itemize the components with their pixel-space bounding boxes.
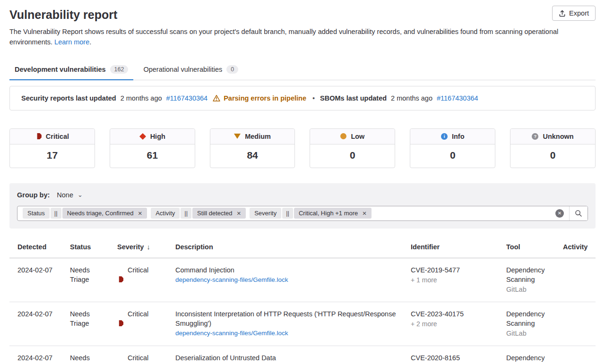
token-operator[interactable]: || [181, 208, 191, 219]
identifier-more: + 2 more [411, 320, 497, 329]
table-row[interactable]: 2024-02-07 Needs Triage Critical Deseria… [9, 346, 596, 364]
tab-label: Operational vulnerabilities [143, 66, 222, 73]
description-text: The Vulnerability Report shows results o… [9, 28, 558, 46]
chevron-down-icon: ⌄ [78, 191, 83, 198]
remove-token-icon[interactable]: ✕ [237, 210, 242, 217]
vulnerability-title[interactable]: Inconsistent Interpretation of HTTP Requ… [175, 309, 401, 329]
description-period: . [89, 38, 91, 46]
vulnerability-title[interactable]: Deserialization of Untrusted Data [175, 353, 401, 363]
page-header: Vulnerability report Export [9, 6, 596, 22]
vulnerability-title[interactable]: Command Injection [175, 265, 401, 275]
severity-medium-icon [234, 134, 241, 139]
page-title: Vulnerability report [9, 8, 117, 22]
severity-card-low: Low 0 [310, 128, 395, 168]
tab-development-vulnerabilities[interactable]: Development vulnerabilities 162 [9, 60, 133, 80]
filter-token-severity: Severity || Critical, High +1 more ✕ [250, 208, 372, 219]
sort-descending-icon: ↓ [147, 243, 150, 251]
tab-label: Development vulnerabilities [15, 66, 106, 73]
sbom-time: 2 months ago [391, 94, 432, 102]
tool-vendor: GitLab [506, 285, 547, 294]
column-header-tool[interactable]: Tool [506, 236, 563, 258]
remove-token-icon[interactable]: ✕ [362, 210, 367, 217]
severity-summary-cards: Critical 17 High 61 Medium 84 Low 0 [9, 128, 596, 168]
card-count: 84 [210, 144, 295, 168]
card-label: Critical [46, 133, 69, 140]
tab-count-badge: 0 [226, 65, 238, 74]
severity-low-icon [340, 133, 346, 139]
warning-text: Parsing errors in pipeline [224, 94, 306, 102]
dot-separator: • [312, 94, 315, 102]
search-icon [575, 210, 582, 217]
token-name[interactable]: Status [23, 208, 50, 219]
clear-filters-icon[interactable]: ✕ [555, 209, 564, 218]
column-header-identifier[interactable]: Identifier [411, 236, 506, 258]
severity-cell: Critical [117, 302, 175, 346]
column-header-severity[interactable]: Severity↓ [117, 236, 175, 258]
card-label: Low [351, 133, 364, 140]
card-count: 0 [510, 144, 595, 168]
activity-cell [563, 346, 596, 364]
severity-card-critical: Critical 17 [9, 128, 95, 168]
identifier-main: CVE-2023-40175 [411, 309, 497, 319]
identifier-cell: CVE-2023-40175 + 2 more [411, 302, 506, 346]
token-value[interactable]: Still detected ✕ [192, 208, 246, 219]
table-header-row: Detected Status Severity↓ Description Id… [9, 236, 596, 258]
tool-cell: Dependency Scanning GitLab [506, 258, 563, 302]
group-by-dropdown[interactable]: None ⌄ [57, 191, 83, 199]
security-reports-time: 2 months ago [121, 94, 162, 102]
filtered-search-bar[interactable]: Status || Needs triage, Confirmed ✕ Acti… [17, 206, 588, 221]
activity-cell [563, 258, 596, 302]
tool-name: Dependency Scanning [506, 309, 547, 329]
severity-high-icon [139, 133, 146, 139]
learn-more-link[interactable]: Learn more [54, 38, 89, 46]
security-pipeline-link[interactable]: #1167430364 [166, 94, 208, 102]
tool-name: Dependency Scanning [506, 353, 547, 364]
remove-token-icon[interactable]: ✕ [138, 210, 143, 217]
tab-operational-vulnerabilities[interactable]: Operational vulnerabilities 0 [138, 60, 243, 80]
tab-count-badge: 162 [110, 65, 129, 74]
column-header-activity[interactable]: Activity [563, 236, 596, 258]
severity-card-info: i Info 0 [410, 128, 495, 168]
card-label: High [150, 133, 165, 140]
description-cell: Deserialization of Untrusted Data depend… [175, 346, 411, 364]
export-label: Export [569, 9, 589, 17]
status-cell: Needs Triage [70, 302, 117, 346]
page-description: The Vulnerability Report shows results o… [9, 27, 596, 48]
group-by-label: Group by: [17, 191, 50, 199]
column-header-status[interactable]: Status [70, 236, 117, 258]
location-link[interactable]: dependency-scanning-files/Gemfile.lock [175, 329, 401, 338]
security-reports-label: Security reports last updated [21, 94, 116, 102]
column-header-description[interactable]: Description [175, 236, 411, 258]
sbom-pipeline-link[interactable]: #1167430364 [437, 94, 478, 102]
token-operator[interactable]: || [282, 208, 293, 219]
filter-token-activity: Activity || Still detected ✕ [151, 208, 246, 219]
severity-cell: Critical [117, 258, 175, 302]
severity-critical-icon [117, 320, 123, 326]
table-row[interactable]: 2024-02-07 Needs Triage Critical Command… [9, 258, 596, 302]
group-by-value: None [57, 191, 73, 199]
token-name[interactable]: Severity [250, 208, 281, 219]
location-link[interactable]: dependency-scanning-files/Gemfile.lock [175, 276, 401, 285]
search-button[interactable] [569, 206, 588, 221]
identifier-cell: CVE-2019-5477 + 1 more [411, 258, 506, 302]
card-count: 61 [110, 144, 195, 168]
export-button[interactable]: Export [552, 6, 596, 21]
filter-token-status: Status || Needs triage, Confirmed ✕ [23, 208, 147, 219]
severity-card-medium: Medium 84 [210, 128, 295, 168]
token-value[interactable]: Critical, High +1 more ✕ [294, 208, 372, 219]
detected-cell: 2024-02-07 [9, 258, 70, 302]
status-cell: Needs Triage [70, 258, 117, 302]
severity-info-icon: i [441, 133, 448, 140]
card-label: Medium [245, 133, 271, 140]
scan-status-bar: Security reports last updated 2 months a… [9, 86, 596, 110]
token-name[interactable]: Activity [151, 208, 180, 219]
token-value[interactable]: Needs triage, Confirmed ✕ [62, 208, 147, 219]
pipeline-warning[interactable]: Parsing errors in pipeline [213, 94, 306, 102]
card-label: Info [452, 133, 465, 140]
identifier-cell: CVE-2020-8165 + 1 more [411, 346, 506, 364]
column-header-detected[interactable]: Detected [9, 236, 70, 258]
token-operator[interactable]: || [51, 208, 61, 219]
warning-triangle-icon [213, 94, 220, 102]
report-tabs: Development vulnerabilities 162 Operatio… [9, 60, 596, 80]
table-row[interactable]: 2024-02-07 Needs Triage Critical Inconsi… [9, 302, 596, 346]
